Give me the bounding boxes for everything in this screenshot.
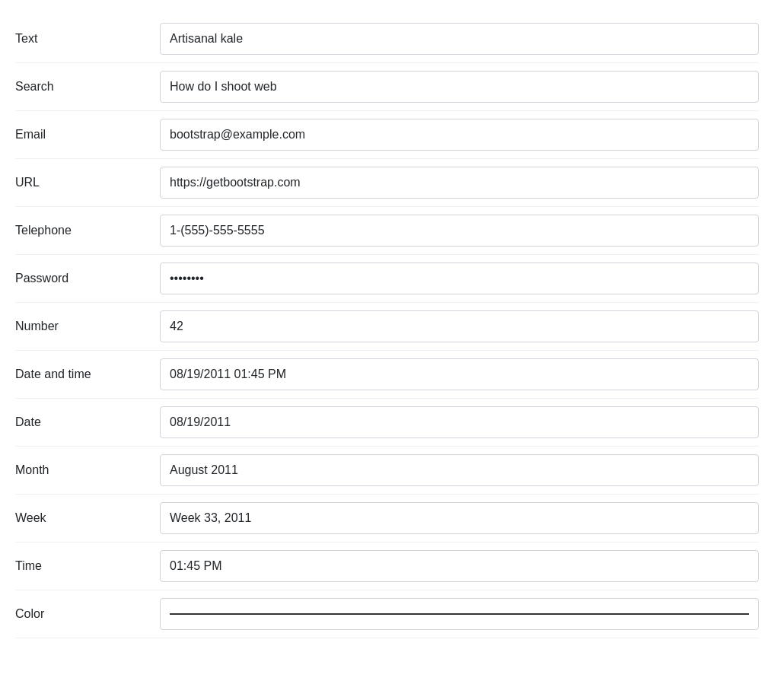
- week-field-label: Week: [15, 511, 160, 525]
- week-field-row: Week: [15, 495, 759, 542]
- search-field[interactable]: [160, 71, 759, 103]
- email-field[interactable]: [160, 119, 759, 151]
- email-field-row: Email: [15, 111, 759, 159]
- text-field-label: Text: [15, 32, 160, 46]
- password-field[interactable]: [160, 262, 759, 294]
- datetime-field-row: Date and time: [15, 351, 759, 399]
- date-field[interactable]: [160, 406, 759, 438]
- number-field-row: Number: [15, 303, 759, 351]
- text-field-row: Text: [15, 15, 759, 63]
- email-field-label: Email: [15, 128, 160, 142]
- time-field-label: Time: [15, 559, 160, 573]
- week-field[interactable]: [160, 502, 759, 534]
- color-label: Color: [15, 607, 160, 621]
- password-field-row: Password: [15, 255, 759, 303]
- search-field-row: Search: [15, 63, 759, 111]
- color-row: Color: [15, 590, 759, 638]
- month-field-label: Month: [15, 463, 160, 477]
- form-container: TextSearchEmailURLTelephonePasswordNumbe…: [15, 15, 759, 638]
- telephone-field-row: Telephone: [15, 207, 759, 255]
- date-field-label: Date: [15, 415, 160, 429]
- telephone-field-label: Telephone: [15, 224, 160, 237]
- time-field-row: Time: [15, 542, 759, 590]
- datetime-field-label: Date and time: [15, 368, 160, 381]
- number-field-label: Number: [15, 320, 160, 333]
- url-field-label: URL: [15, 176, 160, 189]
- month-field-row: Month: [15, 447, 759, 495]
- color-input-wrapper[interactable]: [160, 598, 759, 630]
- number-field[interactable]: [160, 310, 759, 342]
- url-field[interactable]: [160, 167, 759, 199]
- url-field-row: URL: [15, 159, 759, 207]
- search-field-label: Search: [15, 80, 160, 94]
- date-field-row: Date: [15, 399, 759, 447]
- datetime-field[interactable]: [160, 358, 759, 390]
- color-line: [170, 613, 749, 615]
- password-field-label: Password: [15, 272, 160, 285]
- telephone-field[interactable]: [160, 215, 759, 247]
- month-field[interactable]: [160, 454, 759, 486]
- time-field[interactable]: [160, 550, 759, 582]
- text-field[interactable]: [160, 23, 759, 55]
